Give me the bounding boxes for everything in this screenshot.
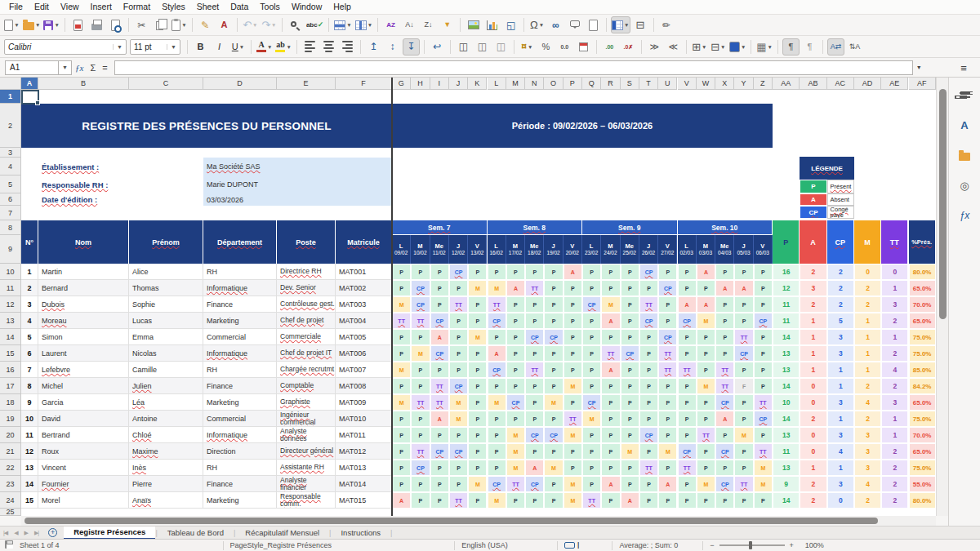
summary-count[interactable]: 2 (881, 443, 908, 460)
attendance-cell[interactable]: P (754, 264, 773, 280)
presence-rate[interactable]: 65.0% (909, 280, 936, 296)
attendance-cell[interactable]: CP (754, 411, 773, 427)
attendance-cell[interactable]: CP (449, 443, 468, 460)
attendance-cell[interactable]: P (468, 378, 487, 394)
employee-prenom[interactable]: Chloé (129, 427, 203, 443)
underline-button-dropdown[interactable]: ▼ (239, 44, 244, 50)
employee-poste[interactable]: Contrôleuse gest. (277, 296, 336, 313)
align-right-button[interactable] (339, 38, 356, 56)
employee-departement[interactable]: Marketing (203, 394, 277, 411)
presence-rate[interactable]: 80.0% (909, 492, 936, 509)
employee-prenom[interactable]: Lucas (129, 313, 203, 329)
currency-button-dropdown[interactable]: ▼ (528, 44, 532, 50)
summary-count[interactable]: 2 (827, 296, 854, 313)
undo-button-dropdown[interactable]: ▼ (252, 22, 257, 28)
employee-matricule[interactable]: MAT005 (336, 329, 392, 345)
column-header-G[interactable]: G (392, 78, 411, 90)
attendance-cell[interactable]: P (411, 329, 430, 345)
attendance-cell[interactable]: A (525, 460, 544, 476)
employee-poste[interactable]: Commerciale (277, 329, 336, 345)
open-button-dropdown[interactable]: ▼ (35, 22, 40, 28)
attendance-cell[interactable]: P (754, 362, 773, 378)
name-box[interactable]: A1 (5, 60, 59, 75)
attendance-cell[interactable]: TT (525, 362, 544, 378)
summary-count[interactable]: 1 (881, 280, 908, 296)
row-header-2[interactable]: 2 (0, 104, 21, 148)
attendance-cell[interactable]: CP (544, 329, 563, 345)
employee-prenom[interactable]: Camille (129, 362, 203, 378)
employee-nom[interactable]: Dubois (38, 296, 129, 313)
attendance-cell[interactable]: A (601, 476, 620, 492)
sheet-tab-3[interactable]: Récapitulatif Mensuel (235, 527, 329, 540)
attendance-cell[interactable]: P (564, 313, 582, 329)
period-banner[interactable]: Période : 09/02/2026 – 06/03/2026 (392, 104, 773, 148)
employee-prenom[interactable]: Thomas (129, 280, 203, 296)
attendance-cell[interactable]: P (658, 394, 677, 411)
summary-count[interactable]: 13 (773, 460, 800, 476)
summary-count[interactable]: 4 (854, 476, 881, 492)
attendance-cell[interactable]: P (582, 345, 601, 362)
zoom-out-button[interactable]: − (710, 541, 714, 549)
attendance-cell[interactable]: CP (430, 443, 449, 460)
summary-count[interactable]: 0 (881, 264, 908, 280)
attendance-cell[interactable]: P (392, 460, 411, 476)
attendance-cell[interactable]: P (506, 411, 525, 427)
attendance-cell[interactable]: A (697, 264, 715, 280)
attendance-cell[interactable]: P (621, 313, 639, 329)
attendance-cell[interactable]: P (582, 476, 601, 492)
attendance-cell[interactable]: P (678, 492, 697, 509)
insert-chart-button[interactable] (483, 16, 501, 33)
attendance-cell[interactable]: P (639, 443, 658, 460)
sidebar-properties-icon[interactable] (956, 86, 973, 104)
employee-departement[interactable]: Direction (203, 443, 277, 460)
summary-count[interactable]: 14 (773, 329, 800, 345)
attendance-cell[interactable]: P (601, 280, 620, 296)
tab-nav-1[interactable]: ◀ (11, 530, 20, 536)
summary-count[interactable]: 2 (854, 378, 881, 394)
summary-count[interactable]: 1 (854, 345, 881, 362)
day-header[interactable]: J19/02 (544, 235, 563, 264)
summary-count[interactable]: 1 (800, 329, 826, 345)
employee-matricule[interactable]: MAT003 (336, 296, 392, 313)
header-footer-button[interactable] (585, 16, 602, 33)
attendance-cell[interactable]: P (621, 362, 639, 378)
attendance-cell[interactable]: A (697, 296, 715, 313)
menu-tools[interactable]: Tools (254, 0, 286, 14)
employee-matricule[interactable]: MAT013 (336, 460, 392, 476)
sum-icon[interactable]: Σ (90, 63, 96, 73)
menu-sheet[interactable]: Sheet (191, 0, 225, 14)
attendance-cell[interactable]: M (392, 362, 411, 378)
column-header-P[interactable]: P (564, 78, 582, 90)
attendance-cell[interactable]: TT (678, 362, 697, 378)
attendance-cell[interactable]: M (488, 492, 506, 509)
employee-nom[interactable]: Bernard (38, 280, 129, 296)
employee-departement[interactable]: RH (203, 264, 277, 280)
attendance-cell[interactable]: P (715, 329, 734, 345)
special-character-button[interactable]: Ω▼ (528, 16, 546, 33)
attendance-cell[interactable]: A (678, 296, 697, 313)
attendance-cell[interactable]: P (468, 296, 487, 313)
attendance-cell[interactable]: M (564, 378, 582, 394)
save-button-dropdown[interactable]: ▼ (54, 22, 59, 28)
attendance-cell[interactable]: P (506, 264, 525, 280)
paste-button-dropdown[interactable]: ▼ (181, 22, 186, 28)
attendance-cell[interactable]: P (544, 296, 563, 313)
attendance-cell[interactable]: P (639, 476, 658, 492)
rtl-button[interactable]: ¶ (801, 38, 818, 56)
day-header[interactable]: V06/03 (754, 235, 773, 264)
attendance-cell[interactable]: P (468, 411, 487, 427)
attendance-cell[interactable]: CP (754, 313, 773, 329)
summary-count[interactable]: 9 (773, 476, 800, 492)
attendance-cell[interactable]: P (392, 443, 411, 460)
employee-poste[interactable]: Chargée recrutmt (277, 362, 336, 378)
add-sheet-button[interactable]: + (48, 528, 57, 537)
employee-prenom[interactable]: Anaïs (129, 492, 203, 509)
attendance-cell[interactable]: CP (506, 394, 525, 411)
row-header-1[interactable]: 1 (0, 90, 21, 104)
attendance-cell[interactable]: P (449, 460, 468, 476)
attendance-cell[interactable]: P (525, 492, 544, 509)
attendance-cell[interactable]: P (506, 329, 525, 345)
attendance-cell[interactable]: A (430, 411, 449, 427)
sort-az-row-button[interactable]: A⇄ (827, 38, 844, 56)
employee-prenom[interactable]: Julien (129, 378, 203, 394)
